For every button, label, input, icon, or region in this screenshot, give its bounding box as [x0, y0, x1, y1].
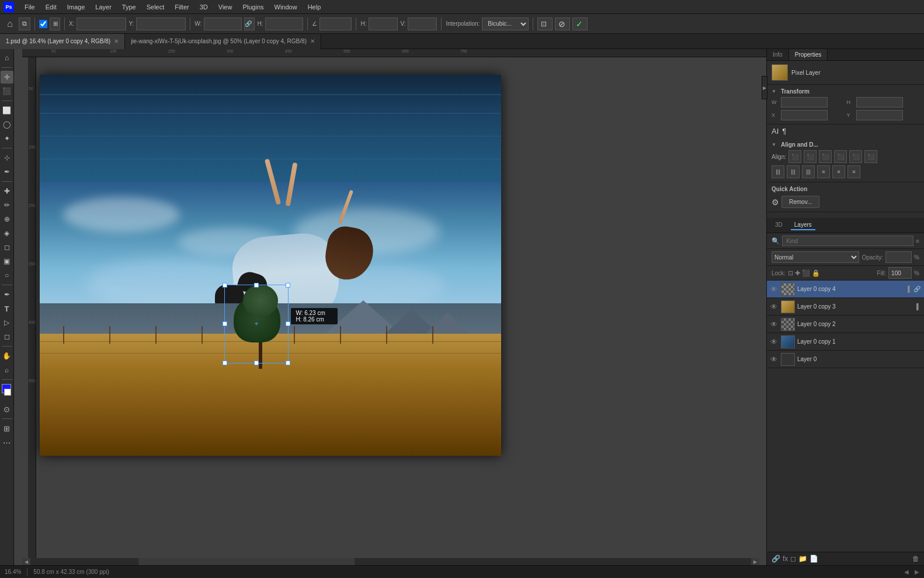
zoom-level[interactable]: 16.4% [5, 569, 21, 575]
scroll-right-doc[interactable]: ▶ [915, 569, 919, 575]
tool-lasso[interactable]: ◯ [1, 118, 13, 131]
distribute-top-btn[interactable]: ≡ [817, 165, 830, 178]
home-button[interactable]: ⌂ [4, 18, 16, 30]
layer-1-chain-icon[interactable]: 🔗 [913, 286, 920, 292]
menu-layer[interactable]: Layer [91, 2, 116, 12]
fill-input[interactable] [888, 267, 912, 279]
scroll-left-btn[interactable]: ◀ [22, 558, 30, 565]
tool-brush[interactable]: ✏ [1, 199, 13, 212]
layer-1-bar-icon[interactable]: ▌ [908, 286, 912, 292]
tool-eyedrop[interactable]: ✒ [1, 165, 13, 178]
opacity-input[interactable]: 100 [885, 251, 912, 263]
y-input[interactable]: 3732.16 r [136, 18, 186, 30]
layers-search-input[interactable] [782, 236, 913, 246]
lock-artboard-btn[interactable]: ⬛ [802, 269, 810, 277]
transform-section-header[interactable]: ▼ Transform [772, 88, 919, 95]
add-style-btn[interactable]: fx [783, 555, 788, 563]
transform-w-input[interactable] [781, 97, 828, 108]
layer-3-visibility[interactable]: 👁 [770, 320, 779, 328]
tool-shape[interactable]: ◻ [1, 330, 13, 343]
layer-2-visibility[interactable]: 👁 [770, 303, 779, 311]
menu-edit[interactable]: Edit [41, 2, 61, 12]
tool-eraser[interactable]: ◻ [1, 241, 13, 254]
hskew-input[interactable]: 0.00 [369, 18, 398, 30]
align-bottom-btn[interactable]: ⬛ [864, 150, 877, 163]
layer-item-4[interactable]: 👁 Layer 0 copy 1 [767, 333, 924, 351]
transform-checkbox[interactable] [39, 20, 47, 28]
tool-more[interactable]: ⋯ [1, 436, 13, 449]
scroll-track[interactable] [30, 558, 751, 565]
align-left-btn[interactable]: ⬛ [788, 150, 801, 163]
background-color[interactable] [4, 389, 11, 396]
link-wh-btn[interactable]: 🔗 [244, 18, 255, 30]
layer-item-1[interactable]: 👁 Layer 0 copy 4 ▌ 🔗 [767, 281, 924, 298]
lock-pixels-btn[interactable]: ⊡ [788, 269, 793, 277]
transform-handle-bl[interactable] [223, 361, 227, 365]
panel-tab-info[interactable]: Info [767, 49, 789, 60]
canvas-scroll-area[interactable]: + W: 6.23 cm H: 8.26 cm ◀ [22, 57, 766, 565]
scroll-thumb-h[interactable] [138, 558, 355, 565]
transform-handle-ml[interactable] [223, 321, 227, 326]
layer-4-visibility[interactable]: 👁 [770, 338, 779, 346]
tool-screen-mode[interactable]: ⊞ [1, 422, 13, 435]
distribute-left-btn[interactable]: ||| [772, 165, 784, 178]
cancel-transform-btn[interactable]: ⊘ [555, 18, 570, 30]
tool-quick-mask[interactable]: ⊙ [1, 403, 13, 416]
interpolation-select[interactable]: Bicubic... [482, 18, 529, 30]
tool-history[interactable]: ◈ [1, 227, 13, 240]
ref-point-btn[interactable]: ⊞ [50, 18, 60, 30]
distribute-right-btn[interactable]: ||| [802, 165, 815, 178]
tool-clone[interactable]: ⊕ [1, 213, 13, 226]
transform-handle-tc[interactable] [254, 283, 259, 288]
align-section-header[interactable]: ▼ Align and D... [772, 141, 919, 148]
tool-heal[interactable]: ✚ [1, 185, 13, 198]
tab-layers[interactable]: Layers [791, 220, 815, 230]
tool-gradient[interactable]: ▣ [1, 255, 13, 268]
tab-1[interactable]: 1.psd @ 16.4% (Layer 0 copy 4, RGB/8) ✕ [0, 34, 125, 49]
new-layer-btn[interactable]: 📄 [810, 555, 818, 563]
tool-move[interactable]: ✛ [1, 71, 13, 84]
menu-filter[interactable]: Filter [170, 2, 193, 12]
new-group-btn[interactable]: 📁 [798, 555, 807, 563]
menu-3d[interactable]: 3D [195, 2, 213, 12]
transform-x-input[interactable] [781, 110, 828, 120]
menu-type[interactable]: Type [117, 2, 141, 12]
vskew-input[interactable]: 0.00 [408, 18, 437, 30]
tool-zoom[interactable]: ⌕ [1, 364, 13, 376]
tool-crop[interactable]: ⊹ [1, 151, 13, 164]
transform-handle-tl[interactable] [223, 283, 227, 288]
lock-position-btn[interactable]: ✚ [795, 269, 800, 277]
panel-collapse-btn[interactable]: ▶ [762, 76, 767, 99]
lock-all-btn[interactable]: 🔒 [812, 269, 820, 277]
tool-marquee[interactable]: ⬜ [1, 104, 13, 117]
tool-home[interactable]: ⌂ [1, 51, 13, 64]
transform-y-input[interactable] [856, 110, 903, 120]
align-center-h-btn[interactable]: ⬛ [804, 150, 817, 163]
tab-1-close[interactable]: ✕ [114, 38, 119, 44]
tab-2[interactable]: jie-wang-xIWx-T-5jUk-unsplash.jpg @ 50% … [125, 34, 321, 49]
tab-3d[interactable]: 3D [772, 220, 786, 230]
menu-select[interactable]: Select [142, 2, 169, 12]
w-input[interactable]: 27.21% [204, 18, 242, 30]
align-center-v-btn[interactable]: ⬛ [849, 150, 862, 163]
transform-mode-btn[interactable]: ⧉ [19, 18, 30, 30]
align-right-btn[interactable]: ⬛ [819, 150, 832, 163]
scroll-horizontal[interactable]: ◀ ▶ [22, 558, 759, 565]
add-mask-btn[interactable]: ◻ [790, 555, 796, 563]
distribute-middle-btn[interactable]: ≡ [832, 165, 845, 178]
layer-2-bar-icon[interactable]: ▌ [916, 303, 920, 310]
scroll-left-doc[interactable]: ◀ [904, 569, 909, 575]
menu-image[interactable]: Image [62, 2, 90, 12]
tab-2-close[interactable]: ✕ [310, 38, 315, 44]
layer-5-visibility[interactable]: 👁 [770, 355, 779, 364]
x-input[interactable]: 3328.25 r [77, 18, 126, 30]
link-layers-btn[interactable]: 🔗 [772, 555, 780, 563]
transform-handle-tr[interactable] [286, 283, 290, 288]
menu-help[interactable]: Help [303, 2, 326, 12]
layers-filter-icon[interactable]: ≡ [916, 238, 919, 244]
menu-plugins[interactable]: Plugins [238, 2, 268, 12]
tool-dodge[interactable]: ○ [1, 269, 13, 282]
menu-view[interactable]: View [214, 2, 237, 12]
tool-pen[interactable]: ✒ [1, 288, 13, 301]
tool-artboard[interactable]: ⬛ [1, 85, 13, 98]
